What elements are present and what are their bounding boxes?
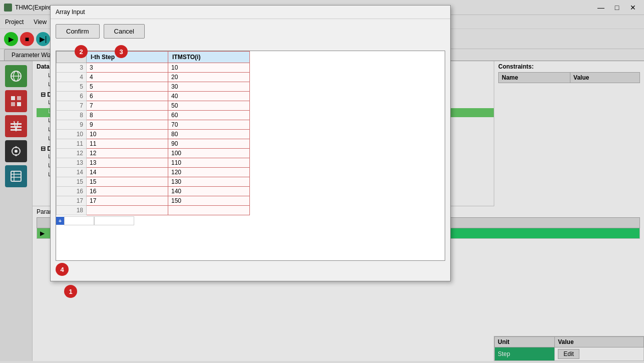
table-row-i[interactable] — [87, 63, 168, 73]
table-row-v[interactable] — [168, 111, 250, 120]
array-table-container[interactable]: I-th Step ITMSTO(i) 34567891011121314151… — [56, 51, 445, 261]
dialog-body: Confirm Cancel 2 3 I-th Step ITMSTO(i) — [51, 19, 450, 281]
table-row: 14 — [57, 168, 250, 177]
table-row-v[interactable] — [168, 73, 250, 82]
table-row: 11 — [57, 139, 250, 149]
table-row-v[interactable] — [168, 149, 250, 158]
table-row: 7 — [57, 101, 250, 111]
table-row-num: 15 — [57, 177, 87, 187]
table-row-num: 16 — [57, 187, 87, 196]
table-row-v[interactable] — [168, 82, 250, 92]
table-row-v[interactable] — [168, 196, 250, 206]
badge-4: 4 — [56, 263, 69, 276]
table-row-i[interactable] — [87, 187, 168, 196]
table-row-i[interactable] — [87, 101, 168, 111]
table-row-num: 17 — [57, 196, 87, 206]
table-row-i[interactable] — [87, 206, 168, 215]
table-row-i[interactable] — [87, 177, 168, 187]
badge-3: 3 — [115, 45, 128, 58]
new-row-v-input[interactable] — [94, 216, 134, 225]
table-row-v[interactable] — [168, 101, 250, 111]
table-row-num: 3 — [57, 63, 87, 73]
table-row-v[interactable] — [168, 63, 250, 73]
table-row-i[interactable] — [87, 73, 168, 82]
table-row-i[interactable] — [87, 149, 168, 158]
table-row-v[interactable] — [168, 130, 250, 139]
array-input-dialog: Array Input Confirm Cancel 2 3 I-th Step — [50, 5, 451, 281]
table-row-num: 6 — [57, 92, 87, 101]
dialog-titlebar: Array Input — [51, 6, 450, 19]
table-row-i[interactable] — [87, 82, 168, 92]
table-row-i[interactable] — [87, 120, 168, 130]
table-row-i[interactable] — [87, 139, 168, 149]
table-row-num: 4 — [57, 73, 87, 82]
table-row-i[interactable] — [87, 130, 168, 139]
table-row: 17 — [57, 196, 250, 206]
table-row-v[interactable] — [168, 92, 250, 101]
dialog-title: Array Input — [56, 9, 85, 16]
table-row-i[interactable] — [87, 196, 168, 206]
table-row-num: 11 — [57, 139, 87, 149]
table-row: 9 — [57, 120, 250, 130]
table-row-v[interactable] — [168, 139, 250, 149]
table-row-v[interactable] — [168, 177, 250, 187]
array-table: I-th Step ITMSTO(i) 34567891011121314151… — [56, 51, 250, 215]
table-row-num: 13 — [57, 158, 87, 168]
cancel-button[interactable]: Cancel — [104, 24, 145, 39]
table-row-i[interactable] — [87, 168, 168, 177]
table-row: 6 — [57, 92, 250, 101]
table-row-num: 5 — [57, 82, 87, 92]
table-row-v[interactable] — [168, 168, 250, 177]
table-row-i[interactable] — [87, 111, 168, 120]
table-row-num: 14 — [57, 168, 87, 177]
table-row-v[interactable] — [168, 120, 250, 130]
table-row-num: 10 — [57, 130, 87, 139]
table-row-i[interactable] — [87, 158, 168, 168]
table-row: 5 — [57, 82, 250, 92]
dialog-buttons: Confirm Cancel — [56, 24, 445, 39]
table-row-num: 7 — [57, 101, 87, 111]
new-row-i-input[interactable] — [64, 216, 94, 225]
table-row-i[interactable] — [87, 92, 168, 101]
table-row: 15 — [57, 177, 250, 187]
table-row-v[interactable] — [168, 206, 250, 215]
table-row: 13 — [57, 158, 250, 168]
table-row: 18 — [57, 206, 250, 215]
table-row-num: 9 — [57, 120, 87, 130]
confirm-button[interactable]: Confirm — [56, 24, 100, 39]
badge-4-area: 4 — [56, 263, 445, 276]
table-row-v[interactable] — [168, 158, 250, 168]
table-row: 12 — [57, 149, 250, 158]
table-row-num: 18 — [57, 206, 87, 215]
table-row-v[interactable] — [168, 187, 250, 196]
table-row-num: 12 — [57, 149, 87, 158]
table-row: 8 — [57, 111, 250, 120]
add-row-button[interactable]: + — [56, 217, 64, 225]
add-row-area: + — [56, 215, 445, 226]
table-row: 10 — [57, 130, 250, 139]
table-row: 16 — [57, 187, 250, 196]
badge-2: 2 — [75, 45, 88, 58]
table-row-num: 8 — [57, 111, 87, 120]
table-row: 3 — [57, 63, 250, 73]
th-itmsto: ITMSTO(i) — [168, 52, 250, 63]
table-row: 4 — [57, 73, 250, 82]
badge-1: 1 — [64, 285, 77, 298]
